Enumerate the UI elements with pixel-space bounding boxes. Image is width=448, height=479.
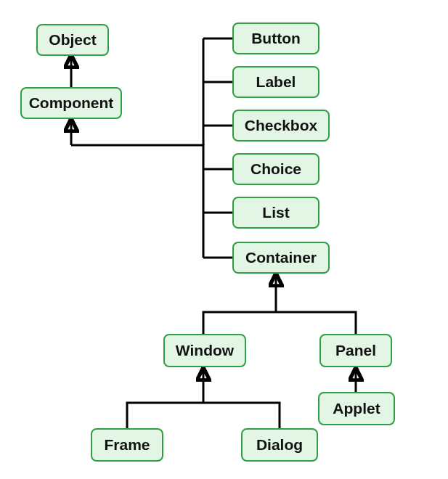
node-frame: Frame (91, 428, 163, 462)
edge-window-panel-bus (203, 312, 356, 334)
node-container: Container (232, 242, 330, 274)
node-button: Button (232, 22, 319, 54)
node-list: List (232, 197, 319, 229)
node-panel: Panel (319, 334, 392, 367)
node-component: Component (20, 87, 122, 119)
node-window: Window (163, 334, 246, 367)
hierarchy-diagram: Object Component Button Label Checkbox C… (0, 0, 448, 479)
node-choice: Choice (232, 153, 319, 185)
node-applet: Applet (318, 392, 395, 425)
node-label: Label (232, 66, 319, 98)
edge-frame-dialog-bus (127, 403, 280, 428)
node-dialog: Dialog (241, 428, 318, 462)
node-checkbox: Checkbox (232, 110, 330, 142)
node-object: Object (36, 24, 109, 56)
edge-component-trunk (71, 145, 203, 258)
